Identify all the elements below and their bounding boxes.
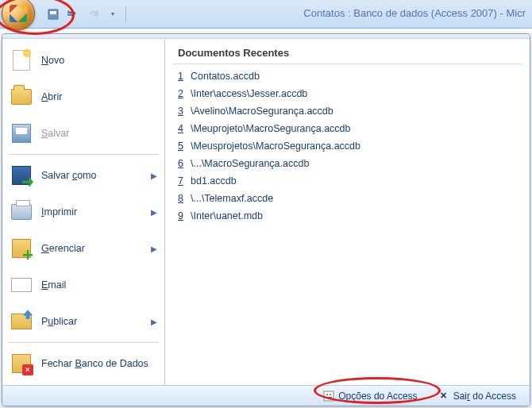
recent-documents-header: Documentos Recentes [173,45,522,64]
close-database-icon [10,352,33,375]
qat-redo-button[interactable] [84,6,102,23]
recent-document-item[interactable]: 9\Inter\uanet.mdb [173,207,522,225]
recent-item-name: \...\Telemaxf.accde [191,193,273,204]
qat-save-button[interactable] [44,6,62,23]
separator [125,6,126,22]
recent-document-item[interactable]: 1Contatos.accdb [173,67,522,85]
manage-icon [10,237,33,260]
chevron-down-icon: ▾ [111,10,114,17]
recent-item-name: \...\MacroSegurança.accdb [191,158,309,169]
recent-item-number: 6 [178,158,186,169]
submenu-arrow-icon: ▶ [151,208,157,217]
save-as-icon [10,164,33,187]
separator [8,342,159,343]
svg-rect-2 [324,391,333,401]
recent-item-name: \Inter\access\Jesser.accdb [191,88,307,99]
button-label: Sair do Access [453,391,516,402]
recent-item-number: 5 [178,140,186,152]
menu-item-open[interactable]: Abrir [5,79,162,115]
menu-item-new[interactable]: Novo [5,42,162,79]
floppy-icon [48,9,59,20]
recent-documents-list: 1Contatos.accdb2\Inter\access\Jesser.acc… [173,67,522,379]
exit-access-button[interactable]: ✕ Sair do Access [431,387,523,406]
recent-item-name: \Meuprojeto\MacroSegurança.accdb [191,123,351,134]
recent-item-name: \Meusprojetos\MacroSegurança.accdb [191,140,360,152]
recent-item-number: 2 [178,88,186,99]
title-bar: ▾ Contatos : Banco de dados (Access 2007… [0,0,532,29]
printer-icon [10,200,33,224]
svg-point-3 [326,394,328,395]
svg-point-4 [330,394,331,395]
menu-label: Gerenciar [41,243,143,254]
recent-document-item[interactable]: 2\Inter\access\Jesser.accdb [173,85,522,102]
qat-customize-button[interactable]: ▾ [104,6,121,23]
menu-label: Imprimir [41,206,143,217]
recent-document-item[interactable]: 6\...\MacroSegurança.accdb [173,155,522,172]
menu-item-close-database[interactable]: Fechar Banco de Dados [5,345,162,382]
recent-document-item[interactable]: 4\Meuprojeto\MacroSegurança.accdb [173,120,522,137]
recent-item-number: 4 [178,123,186,134]
recent-item-number: 9 [178,210,186,221]
publish-icon [10,310,33,333]
button-label: Opções do Access [338,391,417,402]
floppy-icon [10,121,33,145]
submenu-arrow-icon: ▶ [151,244,157,253]
separator [8,154,159,155]
menu-command-list: Novo Abrir Salvar Salvar como ▶ Imprimir… [2,39,165,385]
menu-footer: Opções do Access ✕ Sair do Access [2,385,530,406]
menu-item-email[interactable]: Email [5,267,162,303]
menu-label: Salvar [41,128,157,139]
window-title: Contatos : Banco de dados (Access 2007) … [303,7,526,19]
access-options-button[interactable]: Opções do Access [316,387,424,406]
recent-document-item[interactable]: 7bd1.accdb [173,172,522,190]
recent-document-item[interactable]: 3\Avelino\MacroSegurança.accdb [173,102,522,120]
envelope-icon [10,273,33,297]
menu-item-print[interactable]: Imprimir ▶ [5,194,162,230]
recent-document-item[interactable]: 5\Meusprojetos\MacroSegurança.accdb [173,137,522,155]
recent-document-item[interactable]: 8\...\Telemaxf.accde [173,190,522,207]
redo-icon [87,10,98,18]
svg-rect-5 [326,397,332,398]
office-logo-icon [10,5,27,22]
submenu-arrow-icon: ▶ [151,318,157,326]
recent-item-number: 7 [178,175,186,187]
recent-documents-panel: Documentos Recentes 1Contatos.accdb2\Int… [165,39,530,385]
recent-item-name: \Inter\uanet.mdb [191,210,263,221]
menu-item-save-as[interactable]: Salvar como ▶ [5,157,162,194]
menu-label: Publicar [41,316,143,327]
quick-access-toolbar: ▾ [44,6,128,23]
menu-label: Abrir [41,91,157,102]
menu-item-save[interactable]: Salvar [5,115,162,152]
recent-item-name: Contatos.accdb [191,71,260,82]
menu-label: Email [41,279,157,291]
close-icon: ✕ [438,391,449,402]
submenu-arrow-icon: ▶ [151,171,157,180]
recent-item-number: 3 [178,106,186,117]
menu-label: Salvar como [41,170,143,181]
office-button[interactable] [2,0,35,30]
undo-icon [67,10,79,18]
menu-label: Fechar Banco de Dados [41,358,157,369]
menu-item-publish[interactable]: Publicar ▶ [5,303,162,340]
options-icon [323,391,334,402]
new-document-icon [10,48,33,72]
menu-item-manage[interactable]: Gerenciar ▶ [5,230,162,267]
menu-label: Novo [41,55,157,66]
folder-open-icon [10,85,33,109]
svg-rect-1 [50,11,56,14]
office-menu: Novo Abrir Salvar Salvar como ▶ Imprimir… [2,33,530,406]
qat-undo-button[interactable] [64,6,82,23]
recent-item-name: bd1.accdb [191,175,237,187]
recent-item-number: 1 [178,71,186,82]
recent-item-name: \Avelino\MacroSegurança.accdb [191,106,333,117]
recent-item-number: 8 [178,193,186,204]
